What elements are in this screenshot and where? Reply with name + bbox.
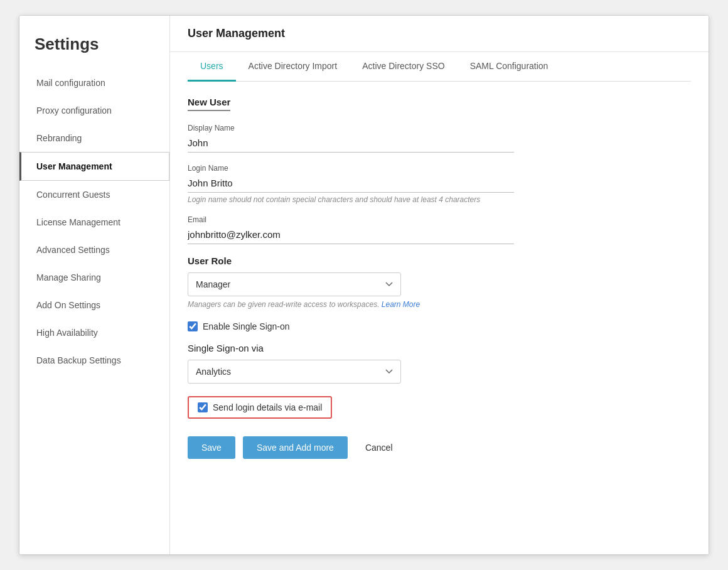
sidebar-item-manage-sharing[interactable]: Manage Sharing (19, 264, 169, 291)
sidebar-item-label: Add On Settings (36, 300, 100, 310)
sso-via-label: Single Sign-on via (188, 343, 691, 353)
sidebar-item-user-management[interactable]: User Management (19, 152, 169, 181)
send-login-checkbox[interactable] (198, 402, 208, 412)
sidebar-item-label: License Management (36, 217, 120, 227)
sidebar-title: Settings (19, 35, 169, 69)
learn-more-link[interactable]: Learn More (382, 300, 420, 309)
email-input[interactable] (188, 227, 514, 244)
sidebar-item-high-availability[interactable]: High Availability (19, 319, 169, 347)
tab-saml-configuration[interactable]: SAML Configuration (458, 52, 561, 82)
tab-active-directory-sso[interactable]: Active Directory SSO (350, 52, 457, 82)
user-role-select[interactable]: Manager User Admin (188, 272, 401, 296)
user-role-label: User Role (188, 255, 691, 266)
sidebar-item-label: Data Backup Settings (36, 355, 121, 365)
cancel-button[interactable]: Cancel (355, 436, 403, 459)
login-name-label: Login Name (188, 164, 691, 173)
sidebar-item-advanced-settings[interactable]: Advanced Settings (19, 236, 169, 264)
send-login-label[interactable]: Send login details via e-mail (213, 402, 322, 412)
tab-users[interactable]: Users (188, 52, 236, 82)
login-name-input[interactable] (188, 175, 514, 193)
sidebar-item-label: Proxy configuration (36, 105, 112, 116)
sidebar-item-label: Rebranding (36, 133, 82, 143)
page-header: User Management (170, 16, 709, 52)
save-add-more-button[interactable]: Save and Add more (243, 436, 348, 459)
sidebar-item-label: High Availability (36, 328, 98, 338)
sidebar-item-license-management[interactable]: License Management (19, 208, 169, 236)
page-title: User Management (188, 27, 691, 40)
sidebar-item-label: Mail configuration (36, 78, 105, 88)
content-area: Users Active Directory Import Active Dir… (170, 52, 709, 554)
display-name-label: Display Name (188, 124, 691, 132)
sidebar-item-concurrent-guests[interactable]: Concurrent Guests (19, 181, 169, 208)
tabs-container: Users Active Directory Import Active Dir… (188, 52, 691, 82)
email-label: Email (188, 215, 691, 224)
button-row: Save Save and Add more Cancel (188, 436, 691, 459)
outer-container: Settings Mail configuration Proxy config… (0, 0, 728, 570)
sidebar-item-mail-configuration[interactable]: Mail configuration (19, 69, 169, 97)
sidebar-item-label: User Management (36, 161, 112, 171)
sidebar-item-rebranding[interactable]: Rebranding (19, 124, 169, 152)
main-content: User Management Users Active Directory I… (170, 16, 709, 554)
login-name-hint: Login name should not contain special ch… (188, 195, 691, 204)
display-name-group: Display Name (188, 124, 691, 153)
enable-sso-group: Enable Single Sign-on (188, 321, 691, 331)
app-window: Settings Mail configuration Proxy config… (19, 15, 709, 555)
tab-active-directory-import[interactable]: Active Directory Import (236, 52, 350, 82)
new-user-section: New User (188, 97, 691, 124)
email-group: Email (188, 215, 691, 244)
section-title: New User (188, 97, 230, 111)
sidebar-item-label: Concurrent Guests (36, 190, 110, 200)
sidebar-item-data-backup-settings[interactable]: Data Backup Settings (19, 347, 169, 374)
sidebar: Settings Mail configuration Proxy config… (19, 16, 170, 554)
login-name-group: Login Name Login name should not contain… (188, 164, 691, 204)
sso-via-select[interactable]: Analytics SAML (188, 360, 401, 384)
sso-via-section: Single Sign-on via Analytics SAML (188, 343, 691, 384)
display-name-input[interactable] (188, 135, 514, 153)
sidebar-item-label: Advanced Settings (36, 245, 110, 255)
sidebar-item-add-on-settings[interactable]: Add On Settings (19, 291, 169, 319)
save-button[interactable]: Save (188, 436, 235, 459)
enable-sso-checkbox[interactable] (188, 321, 198, 331)
sidebar-item-label: Manage Sharing (36, 272, 101, 282)
user-role-hint: Managers can be given read-write access … (188, 300, 691, 309)
enable-sso-label[interactable]: Enable Single Sign-on (203, 321, 290, 331)
sidebar-item-proxy-configuration[interactable]: Proxy configuration (19, 97, 169, 124)
send-login-box: Send login details via e-mail (188, 396, 332, 419)
user-role-section: User Role Manager User Admin Managers ca… (188, 255, 691, 309)
